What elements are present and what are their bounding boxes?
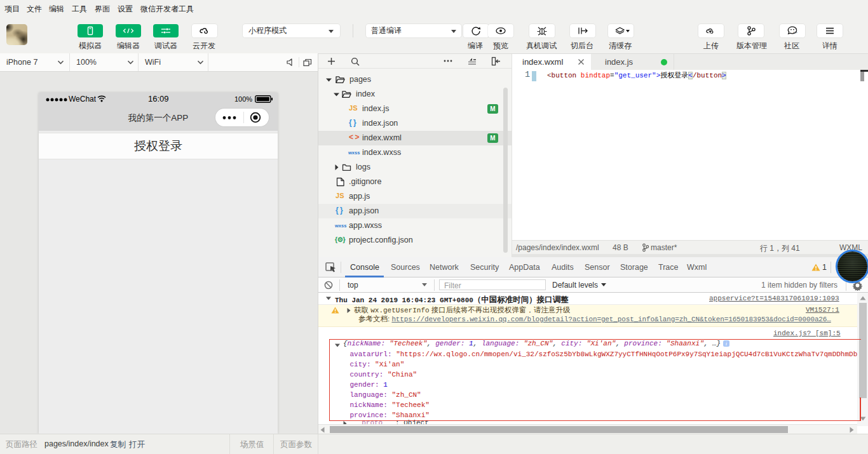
svg-text:</>: </>: [793, 31, 797, 34]
